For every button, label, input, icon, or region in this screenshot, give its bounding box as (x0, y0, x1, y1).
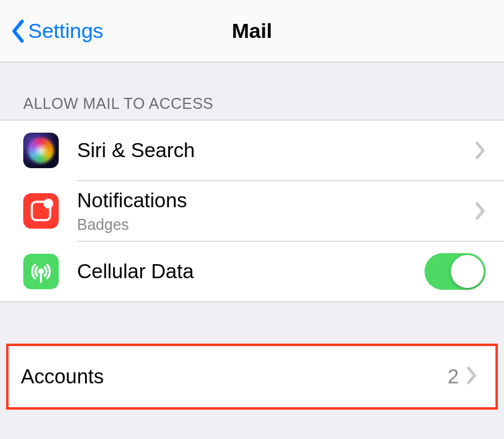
row-cellular-data: Cellular Data (0, 242, 504, 301)
chevron-right-icon (475, 141, 486, 160)
back-label: Settings (28, 19, 103, 43)
siri-icon (23, 133, 59, 168)
row-siri-search[interactable]: Siri & Search (0, 120, 504, 180)
chevron-right-icon (475, 202, 486, 220)
cellular-icon (23, 254, 59, 289)
page-title: Mail (232, 19, 272, 43)
chevron-left-icon (11, 20, 24, 43)
toggle-knob (451, 255, 484, 288)
chevron-right-icon (466, 366, 477, 387)
section-header-allow: ALLOW MAIL TO ACCESS (0, 62, 504, 120)
cellular-toggle[interactable] (424, 253, 486, 290)
highlight-accounts: Accounts 2 (6, 344, 498, 410)
cellular-label: Cellular Data (77, 259, 424, 284)
section-allow-access: Siri & Search Notifications Badges (0, 120, 504, 302)
accounts-label: Accounts (21, 365, 448, 388)
navbar: Settings Mail (0, 0, 504, 62)
row-accounts[interactable]: Accounts 2 (9, 346, 495, 407)
svg-point-1 (43, 199, 53, 208)
row-notifications[interactable]: Notifications Badges (0, 181, 504, 241)
notifications-label: Notifications (77, 188, 475, 213)
siri-label: Siri & Search (77, 138, 475, 163)
accounts-count: 2 (448, 365, 459, 388)
back-button[interactable]: Settings (0, 19, 103, 43)
notifications-icon (23, 193, 59, 229)
notifications-sublabel: Badges (77, 215, 475, 234)
